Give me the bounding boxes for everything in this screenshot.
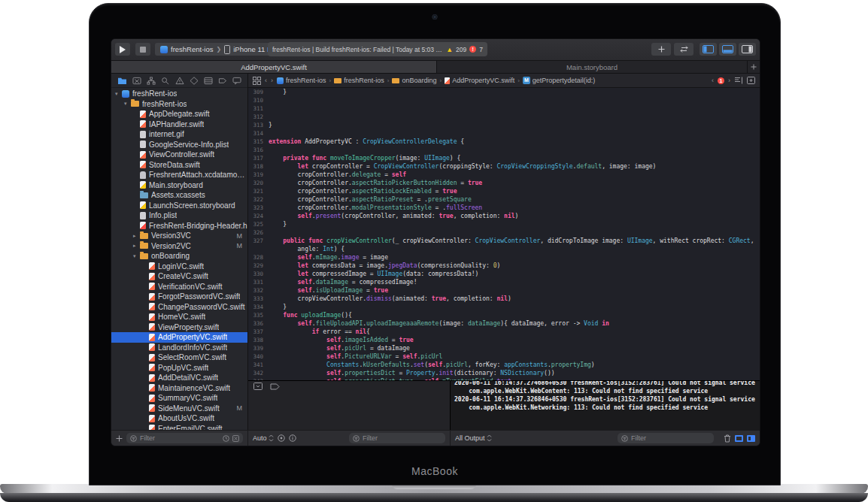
code-line[interactable]: 330 let compressedImage = UIImage(data: … [248, 270, 760, 278]
test-navigator-icon[interactable] [190, 77, 199, 85]
code-line[interactable]: 336 self.fileUploadAPI.uploadImageaaaRem… [248, 319, 760, 328]
tab-main-storyboard[interactable]: Main.storyboard [437, 61, 748, 73]
file-row[interactable]: ChangePasswordVC.swift [111, 302, 247, 313]
code-line[interactable]: 328 self.mImage.image = image [248, 253, 760, 262]
breadcrumb-item[interactable]: freshRent-ios [334, 77, 384, 84]
code-line[interactable]: 311 [248, 104, 760, 113]
source-editor[interactable]: 309 }310311312313}314315extension AddPro… [248, 88, 760, 380]
code-line[interactable]: 332 self.isUploadImage = true [248, 286, 760, 295]
source-control-status-icon[interactable] [232, 435, 239, 442]
file-row[interactable]: GoogleService-Info.plist [111, 140, 247, 150]
file-row[interactable]: ViewProperty.swift [111, 322, 247, 333]
breakpoints-toggle-icon[interactable] [270, 383, 280, 390]
code-line[interactable]: 320 cropController.aspectRatioPickerButt… [248, 179, 760, 187]
file-row[interactable]: LandlordInfoVC.swift [111, 343, 247, 353]
file-row[interactable]: Info.plist [111, 210, 247, 221]
file-row[interactable]: FreshRent-Bridging-Header.h [111, 221, 247, 231]
issue-error-badge[interactable]: 1 [718, 77, 724, 84]
file-row[interactable]: LaunchScreen.storyboard [111, 201, 247, 211]
code-line[interactable]: 337 if error == nil{ [248, 328, 760, 336]
code-review-button[interactable] [674, 43, 693, 56]
show-only-icon[interactable] [278, 434, 285, 442]
code-line[interactable]: 340 self.PictureURLVar = self.picUrl [248, 352, 760, 361]
file-row[interactable]: ▸Version3VCM [111, 231, 247, 241]
symbol-navigator-icon[interactable] [147, 77, 156, 85]
code-line[interactable]: 333 cropViewController.dismiss(animated:… [248, 295, 760, 303]
breadcrumb-item[interactable]: AddPropertyVC.swift [445, 77, 514, 84]
toggle-inspector-button[interactable] [739, 43, 756, 56]
stop-button[interactable] [135, 43, 150, 56]
add-tab-button[interactable] [748, 61, 760, 73]
file-row[interactable]: ▾onBoarding [111, 251, 247, 262]
code-line[interactable]: 310 [248, 96, 760, 104]
file-row[interactable]: IAPHandler.swift [111, 119, 247, 130]
related-items-icon[interactable] [253, 77, 261, 85]
file-row[interactable]: AddDetailVC.swift [111, 373, 247, 383]
disclosure-triangle[interactable]: ▾ [115, 91, 122, 97]
file-row[interactable]: PopUpVC.swift [111, 363, 247, 373]
code-line[interactable]: 316 [248, 146, 760, 154]
issue-navigator-icon[interactable] [175, 77, 184, 85]
code-line[interactable]: 318 let cropController = CropViewControl… [248, 162, 760, 171]
report-navigator-icon[interactable] [232, 77, 241, 85]
tab-addpropertyvc-swift[interactable]: AddPropertyVC.swift [111, 61, 437, 73]
code-line[interactable]: 339 self.picUrl = dataImage [248, 344, 760, 352]
find-navigator-icon[interactable] [161, 77, 170, 85]
variables-filter-field[interactable]: Filter [349, 433, 445, 443]
file-row[interactable]: AppDelegate.swift [111, 109, 247, 119]
file-row[interactable]: ViewController.swift [111, 150, 247, 160]
file-row[interactable]: VerificationVC.swift [111, 282, 247, 292]
disclosure-triangle[interactable]: ▾ [124, 101, 131, 107]
file-row[interactable]: CreateVC.swift [111, 271, 247, 282]
code-line[interactable]: angle: Int) { [248, 245, 760, 253]
disclosure-triangle[interactable]: ▸ [133, 233, 140, 239]
code-line[interactable]: 342 self.propertiesDict = Property.init(… [248, 369, 760, 377]
file-row[interactable]: FreshrentAttach.xcdatamodeld [111, 170, 247, 180]
breadcrumb-item[interactable]: freshRent-ios [277, 77, 326, 84]
file-row[interactable]: LoginVC.swift [111, 262, 247, 272]
show-console-toggle[interactable] [747, 435, 755, 442]
console-output-dropdown[interactable]: All Output [455, 434, 492, 442]
info-icon[interactable] [289, 434, 296, 442]
code-line[interactable]: 319 cropController.delegate = self [248, 171, 760, 179]
error-count[interactable]: 7 [479, 46, 483, 53]
file-row[interactable]: ▾freshRent-ios [111, 89, 247, 99]
code-line[interactable]: 315extension AddPropertyVC : CropViewCon… [248, 138, 760, 146]
clear-console-icon[interactable] [724, 434, 731, 443]
code-line[interactable]: 329 let compressData = image.jpegData(co… [248, 262, 760, 270]
code-line[interactable]: 313} [248, 121, 760, 129]
code-line[interactable]: 314 [248, 129, 760, 138]
toggle-debug-area-button[interactable] [719, 43, 736, 56]
file-row[interactable]: ForgotPasswordVC.swift [111, 292, 247, 302]
forward-button[interactable]: › [271, 77, 273, 84]
minimap-icon[interactable] [734, 77, 743, 84]
code-line[interactable]: 341 Constants.kUserDefaults.set(self.pic… [248, 361, 760, 369]
code-line[interactable]: 326 [248, 228, 760, 237]
file-row[interactable]: ▸Version2VCM [111, 241, 247, 252]
breadcrumb-item[interactable]: MgetPropertydetail(id:) [523, 77, 596, 84]
breadcrumb-item[interactable]: onBoarding [392, 77, 436, 84]
code-line[interactable]: 331 self.dataImage = compressedImage! [248, 278, 760, 286]
file-row[interactable]: ▾freshRent-ios [111, 99, 247, 110]
code-line[interactable]: 323 cropController.modalPresentationStyl… [248, 204, 760, 212]
back-button[interactable]: ‹ [265, 77, 267, 84]
file-row[interactable]: SelectRoomVC.swift [111, 352, 247, 363]
code-line[interactable]: 322 cropController.aspectRatioPreset = .… [248, 195, 760, 204]
code-line[interactable]: 312 [248, 113, 760, 121]
code-line[interactable]: 317 private func moveToImageCropper(imag… [248, 154, 760, 162]
editor-options-icon[interactable] [747, 77, 755, 84]
next-issue-button[interactable]: › [728, 77, 730, 84]
navigator-filter-field[interactable]: Filter [126, 433, 243, 443]
show-variables-view-toggle[interactable] [735, 435, 743, 442]
debug-navigator-icon[interactable] [204, 77, 213, 85]
disclosure-triangle[interactable]: ▾ [133, 253, 140, 259]
code-line[interactable]: 309 } [248, 88, 760, 96]
code-line[interactable]: 338 self.imageIsAdded = true [248, 336, 760, 344]
toggle-navigator-button[interactable] [700, 43, 717, 56]
scheme-project[interactable]: freshRent-ios [171, 45, 214, 53]
disclosure-triangle[interactable]: ▸ [133, 243, 140, 249]
breakpoint-navigator-icon[interactable] [218, 77, 227, 85]
file-row[interactable]: SideMenuVC.swiftM [111, 404, 247, 414]
code-line[interactable]: 325 } [248, 220, 760, 228]
hide-debug-area-icon[interactable] [253, 383, 263, 390]
